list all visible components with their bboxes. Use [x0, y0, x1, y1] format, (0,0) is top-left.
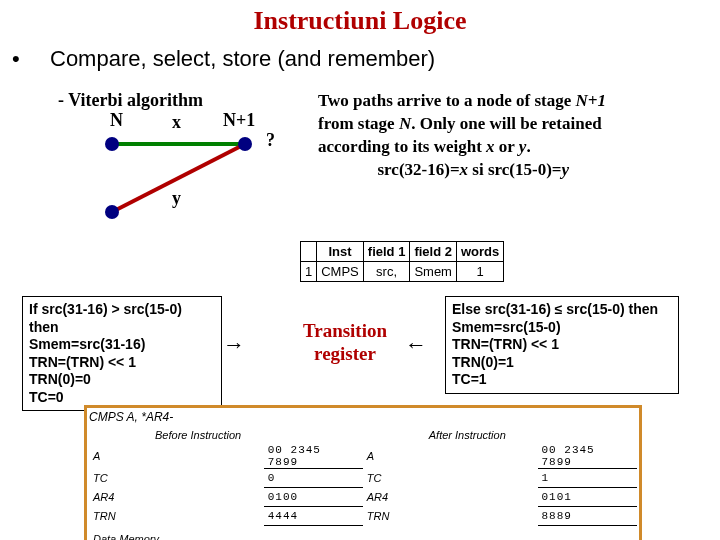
td-inst: CMPS [317, 262, 364, 282]
arrow-right-icon: → [223, 332, 245, 358]
label-n1: N+1 [223, 110, 255, 131]
transition-register-label: Transition register [295, 320, 395, 366]
after-header: After Instruction [425, 426, 637, 444]
td-f2: Smem [410, 262, 457, 282]
if-branch-box: If src(31-16) > src(15-0) then Smem=src(… [22, 296, 222, 411]
data-memory-label: Data Memory [89, 526, 637, 541]
label-qmark: ? [266, 130, 275, 151]
page-title: Instructiuni Logice [0, 6, 720, 36]
th-field2: field 2 [410, 242, 457, 262]
slide: Instructiuni Logice • Compare, select, s… [0, 0, 720, 540]
subtitle: Compare, select, store (and remember) [50, 46, 435, 72]
th-field1: field 1 [363, 242, 410, 262]
svg-point-4 [238, 137, 252, 151]
label-y: y [172, 188, 181, 209]
td-idx: 1 [301, 262, 317, 282]
bullet-dot: • [12, 46, 20, 72]
label-n: N [110, 110, 123, 131]
else-branch-box: Else src(31-16) ≤ src(15-0) then Smem=sr… [445, 296, 679, 394]
viterbi-diagram: N N+1 x y ? [80, 112, 300, 232]
th-inst: Inst [317, 242, 364, 262]
instruction-table: Inst field 1 field 2 words 1 CMPS src, S… [300, 241, 504, 282]
label-x: x [172, 112, 181, 133]
th-words: words [456, 242, 503, 262]
cmps-example-block: CMPS A, *AR4- Before Instruction After I… [84, 405, 642, 540]
cmps-header: CMPS A, *AR4- [89, 410, 637, 424]
explanation-text: Two paths arrive to a node of stage N+1 … [318, 90, 713, 182]
th-blank [301, 242, 317, 262]
before-header: Before Instruction [151, 426, 363, 444]
arrow-left-icon: ← [405, 332, 427, 358]
register-table: Before Instruction After Instruction A00… [89, 426, 637, 540]
svg-point-3 [105, 205, 119, 219]
td-f1: src, [363, 262, 410, 282]
td-words: 1 [456, 262, 503, 282]
viterbi-heading: - Viterbi algorithm [58, 90, 203, 111]
svg-point-2 [105, 137, 119, 151]
